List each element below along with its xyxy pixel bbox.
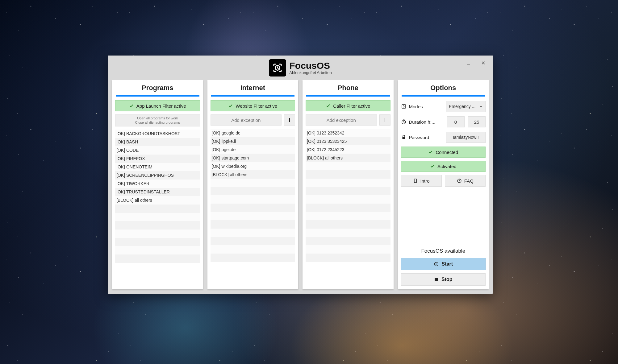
titlebar: FocusOS Ablenkungsfrei Arbeiten	[108, 56, 493, 80]
list-item[interactable]: [OK] lippke.li	[211, 137, 295, 145]
close-button[interactable]	[476, 58, 491, 68]
duration-minutes-input[interactable]	[468, 116, 486, 127]
plus-icon	[287, 118, 292, 122]
duration-label: Duration h:...	[409, 119, 436, 125]
availability-text: FocusOS available	[401, 248, 486, 254]
list-item[interactable]: [BLOCK] all others	[115, 196, 200, 205]
phone-title: Phone	[306, 84, 390, 95]
list-item: .	[211, 245, 295, 254]
list-item: .	[115, 213, 200, 221]
programs-panel: Programs App Launch Filter active Open a…	[112, 80, 203, 289]
internet-panel: Internet Website Filter active [OK] goog…	[207, 80, 299, 289]
stop-button[interactable]: Stop	[401, 273, 486, 286]
svg-rect-10	[402, 137, 405, 139]
list-item[interactable]: [OK] google.de	[211, 129, 295, 137]
list-item[interactable]: [OK] TIWORKER	[115, 180, 200, 188]
list-item: .	[211, 229, 295, 237]
divider	[402, 95, 485, 97]
phone-filter-status[interactable]: Caller Filter active	[306, 100, 390, 111]
list-item: .	[115, 221, 200, 230]
app-subtitle: Ablenkungsfrei Arbeiten	[289, 71, 332, 75]
internet-filter-status[interactable]: Website Filter active	[211, 100, 295, 111]
minimize-button[interactable]	[461, 58, 476, 68]
list-item[interactable]: [OK] TRUSTEDINSTALLER	[115, 188, 200, 196]
chevron-down-icon	[479, 105, 483, 108]
list-item: .	[306, 237, 390, 245]
list-item: .	[306, 220, 390, 229]
internet-add-exception-input[interactable]	[211, 114, 282, 126]
svg-rect-11	[414, 179, 416, 183]
list-item: .	[306, 229, 390, 237]
list-item[interactable]: [OK] BACKGROUNDTASKHOST	[115, 130, 200, 138]
intro-button[interactable]: Intro	[401, 175, 442, 187]
programs-filter-status[interactable]: App Launch Filter active	[115, 100, 200, 111]
svg-point-14	[459, 182, 459, 182]
internet-status-text: Website Filter active	[236, 103, 277, 109]
modes-select[interactable]: Emergency ...	[446, 101, 486, 112]
list-item[interactable]: [OK] 0172 2345223	[306, 145, 390, 154]
check-icon	[430, 164, 435, 169]
programs-title: Programs	[115, 84, 200, 95]
list-item[interactable]: [OK] wikipedia.org	[211, 162, 295, 170]
check-icon	[228, 103, 233, 108]
list-item[interactable]: [OK] BASH	[115, 138, 200, 146]
list-item: .	[306, 212, 390, 220]
activated-status[interactable]: Activated	[401, 161, 486, 172]
modes-value: Emergency ...	[449, 104, 479, 109]
start-button[interactable]: Start	[401, 258, 486, 270]
faq-button[interactable]: FAQ	[445, 175, 486, 187]
list-item[interactable]: [OK] pgei.de	[211, 145, 295, 154]
list-item[interactable]: [OK] SCREENCLIPPINGHOST	[115, 171, 200, 180]
internet-add-button[interactable]	[284, 114, 295, 126]
check-icon	[326, 103, 331, 108]
options-title: Options	[401, 84, 486, 95]
phone-list: [OK] 0123 2352342[OK] 0123 35323425[OK] …	[306, 129, 390, 286]
list-item: .	[306, 204, 390, 212]
list-item: .	[306, 254, 390, 262]
phone-panel: Phone Caller Filter active [OK] 0123 235…	[303, 80, 394, 289]
connected-status[interactable]: Connected	[401, 147, 486, 158]
phone-add-exception-input[interactable]	[306, 114, 377, 126]
list-item: .	[211, 220, 295, 229]
internet-list: [OK] google.de[OK] lippke.li[OK] pgei.de…	[211, 129, 295, 286]
list-item: .	[306, 170, 390, 179]
list-item: .	[115, 246, 200, 254]
list-item: .	[115, 238, 200, 246]
internet-title: Internet	[211, 84, 295, 95]
duration-hours-input[interactable]	[447, 116, 465, 127]
list-item: .	[211, 187, 295, 195]
list-item[interactable]: [OK] 0123 2352342	[306, 129, 390, 137]
programs-hint-line1: Open all programs for work	[117, 116, 198, 120]
start-label: Start	[442, 261, 453, 267]
check-icon	[129, 103, 134, 108]
timer-icon	[401, 119, 407, 125]
programs-hint-line2: Close all distracting programs	[117, 120, 198, 125]
phone-add-button[interactable]	[379, 114, 390, 126]
modes-label: Modes	[409, 104, 423, 109]
list-item: .	[115, 205, 200, 213]
programs-list: [OK] BACKGROUNDTASKHOST[OK] BASH[OK] COD…	[115, 130, 200, 286]
list-item: .	[211, 254, 295, 262]
faq-label: FAQ	[464, 178, 474, 184]
list-item[interactable]: [BLOCK] all others	[211, 170, 295, 179]
app-logo-icon	[269, 59, 286, 77]
list-item: .	[306, 187, 390, 195]
list-item[interactable]: [OK] startpage.com	[211, 154, 295, 162]
list-item: .	[306, 245, 390, 254]
list-item[interactable]: [BLOCK] all others	[306, 154, 390, 162]
modes-icon	[401, 104, 407, 109]
list-item: .	[211, 195, 295, 204]
list-item[interactable]: [OK] CODE	[115, 146, 200, 155]
app-title: FocusOS	[289, 60, 332, 71]
list-item[interactable]: [OK] 0123 35323425	[306, 137, 390, 145]
svg-rect-16	[435, 278, 438, 281]
list-item[interactable]: [OK] ONENOTEIM	[115, 163, 200, 171]
list-item[interactable]: [OK] FIREFOX	[115, 155, 200, 163]
list-item: .	[306, 162, 390, 170]
divider	[306, 95, 390, 97]
divider	[211, 95, 295, 97]
app-window: FocusOS Ablenkungsfrei Arbeiten Programs…	[108, 56, 493, 294]
password-input[interactable]	[446, 132, 486, 143]
stop-icon	[434, 277, 438, 282]
svg-rect-8	[402, 105, 406, 108]
